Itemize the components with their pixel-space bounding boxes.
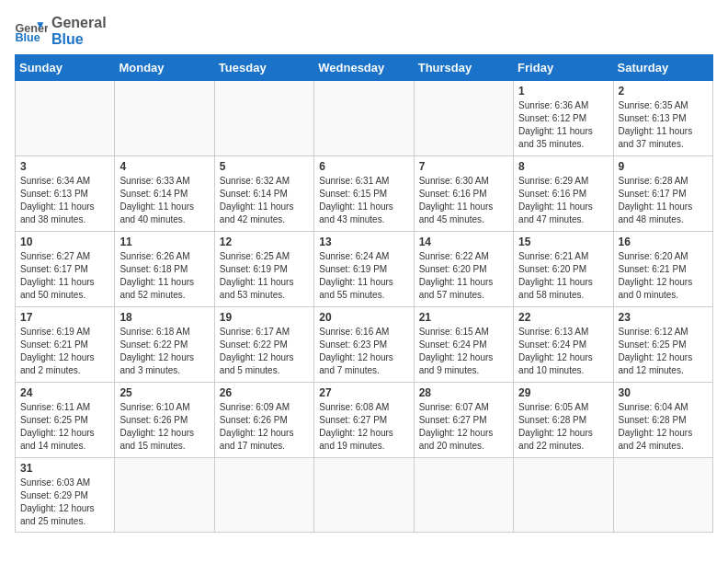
- day-number: 15: [518, 236, 608, 248]
- day-info: Sunrise: 6:16 AMSunset: 6:23 PMDaylight:…: [319, 326, 408, 377]
- day-number: 17: [20, 311, 109, 324]
- calendar-cell: [414, 458, 513, 533]
- column-header-tuesday: Tuesday: [214, 55, 313, 81]
- day-info: Sunrise: 6:27 AMSunset: 6:17 PMDaylight:…: [20, 250, 109, 302]
- day-info: Sunrise: 6:21 AMSunset: 6:20 PMDaylight:…: [518, 250, 608, 302]
- day-info: Sunrise: 6:24 AMSunset: 6:19 PMDaylight:…: [319, 250, 408, 302]
- calendar-cell: [613, 458, 712, 533]
- day-number: 18: [119, 311, 209, 324]
- day-number: 27: [319, 386, 408, 399]
- day-number: 26: [220, 386, 309, 399]
- day-number: 23: [619, 311, 708, 324]
- day-info: Sunrise: 6:07 AMSunset: 6:27 PMDaylight:…: [419, 401, 508, 453]
- calendar-cell: 29Sunrise: 6:05 AMSunset: 6:28 PMDayligh…: [514, 383, 613, 458]
- calendar-cell: 21Sunrise: 6:15 AMSunset: 6:24 PMDayligh…: [414, 307, 513, 383]
- calendar-cell: 2Sunrise: 6:35 AMSunset: 6:13 PMDaylight…: [613, 81, 712, 156]
- calendar-cell: 27Sunrise: 6:08 AMSunset: 6:27 PMDayligh…: [314, 383, 414, 458]
- column-header-wednesday: Wednesday: [314, 55, 414, 81]
- day-info: Sunrise: 6:35 AMSunset: 6:13 PMDaylight:…: [619, 99, 708, 151]
- calendar-cell: 8Sunrise: 6:29 AMSunset: 6:16 PMDaylight…: [514, 156, 613, 232]
- day-info: Sunrise: 6:22 AMSunset: 6:20 PMDaylight:…: [419, 250, 508, 302]
- day-number: 25: [119, 386, 209, 399]
- calendar-cell: 24Sunrise: 6:11 AMSunset: 6:25 PMDayligh…: [16, 383, 115, 458]
- calendar-cell: [214, 458, 313, 533]
- calendar-cell: 14Sunrise: 6:22 AMSunset: 6:20 PMDayligh…: [414, 232, 513, 307]
- day-number: 19: [220, 311, 309, 324]
- calendar-cell: 18Sunrise: 6:18 AMSunset: 6:22 PMDayligh…: [115, 307, 214, 383]
- column-header-friday: Friday: [514, 55, 613, 81]
- day-info: Sunrise: 6:08 AMSunset: 6:27 PMDaylight:…: [319, 401, 408, 453]
- day-info: Sunrise: 6:36 AMSunset: 6:12 PMDaylight:…: [518, 99, 608, 151]
- calendar-cell: [115, 81, 214, 156]
- calendar-cell: 1Sunrise: 6:36 AMSunset: 6:12 PMDaylight…: [514, 81, 613, 156]
- header: General Blue General Blue: [15, 15, 713, 47]
- calendar-cell: [314, 458, 414, 533]
- day-number: 4: [119, 160, 209, 173]
- day-info: Sunrise: 6:34 AMSunset: 6:13 PMDaylight:…: [20, 175, 109, 226]
- day-number: 1: [518, 85, 608, 98]
- calendar-cell: [414, 81, 513, 156]
- calendar-week-row: 3Sunrise: 6:34 AMSunset: 6:13 PMDaylight…: [16, 156, 713, 232]
- logo-svg: General Blue: [15, 18, 48, 44]
- calendar-cell: [314, 81, 414, 156]
- day-info: Sunrise: 6:17 AMSunset: 6:22 PMDaylight:…: [220, 326, 309, 377]
- calendar-week-row: 31Sunrise: 6:03 AMSunset: 6:29 PMDayligh…: [16, 458, 713, 533]
- day-info: Sunrise: 6:33 AMSunset: 6:14 PMDaylight:…: [119, 175, 209, 226]
- day-info: Sunrise: 6:20 AMSunset: 6:21 PMDaylight:…: [619, 250, 708, 302]
- day-info: Sunrise: 6:25 AMSunset: 6:19 PMDaylight:…: [220, 250, 309, 302]
- day-info: Sunrise: 6:10 AMSunset: 6:26 PMDaylight:…: [119, 401, 209, 453]
- day-number: 16: [619, 236, 708, 248]
- day-info: Sunrise: 6:12 AMSunset: 6:25 PMDaylight:…: [619, 326, 708, 377]
- calendar-week-row: 17Sunrise: 6:19 AMSunset: 6:21 PMDayligh…: [16, 307, 713, 383]
- day-info: Sunrise: 6:32 AMSunset: 6:14 PMDaylight:…: [220, 175, 309, 226]
- calendar-cell: 23Sunrise: 6:12 AMSunset: 6:25 PMDayligh…: [613, 307, 712, 383]
- day-number: 7: [419, 160, 508, 173]
- calendar-cell: 30Sunrise: 6:04 AMSunset: 6:28 PMDayligh…: [613, 383, 712, 458]
- day-info: Sunrise: 6:15 AMSunset: 6:24 PMDaylight:…: [419, 326, 508, 377]
- calendar-cell: 17Sunrise: 6:19 AMSunset: 6:21 PMDayligh…: [16, 307, 115, 383]
- calendar-cell: 3Sunrise: 6:34 AMSunset: 6:13 PMDaylight…: [16, 156, 115, 232]
- calendar-cell: 22Sunrise: 6:13 AMSunset: 6:24 PMDayligh…: [514, 307, 613, 383]
- day-number: 5: [220, 160, 309, 173]
- logo-blue-text: Blue: [51, 31, 107, 48]
- calendar-cell: 20Sunrise: 6:16 AMSunset: 6:23 PMDayligh…: [314, 307, 414, 383]
- day-number: 22: [518, 311, 608, 324]
- calendar-cell: 25Sunrise: 6:10 AMSunset: 6:26 PMDayligh…: [115, 383, 214, 458]
- calendar-cell: 10Sunrise: 6:27 AMSunset: 6:17 PMDayligh…: [16, 232, 115, 307]
- day-number: 30: [619, 386, 708, 399]
- calendar-cell: 4Sunrise: 6:33 AMSunset: 6:14 PMDaylight…: [115, 156, 214, 232]
- calendar-cell: 9Sunrise: 6:28 AMSunset: 6:17 PMDaylight…: [613, 156, 712, 232]
- day-info: Sunrise: 6:19 AMSunset: 6:21 PMDaylight:…: [20, 326, 109, 377]
- day-number: 10: [20, 236, 109, 248]
- calendar-cell: 11Sunrise: 6:26 AMSunset: 6:18 PMDayligh…: [115, 232, 214, 307]
- calendar-cell: 15Sunrise: 6:21 AMSunset: 6:20 PMDayligh…: [514, 232, 613, 307]
- day-info: Sunrise: 6:03 AMSunset: 6:29 PMDaylight:…: [20, 477, 109, 528]
- day-number: 24: [20, 386, 109, 399]
- column-header-thursday: Thursday: [414, 55, 513, 81]
- calendar-cell: 6Sunrise: 6:31 AMSunset: 6:15 PMDaylight…: [314, 156, 414, 232]
- day-number: 6: [319, 160, 408, 173]
- calendar-week-row: 24Sunrise: 6:11 AMSunset: 6:25 PMDayligh…: [16, 383, 713, 458]
- day-info: Sunrise: 6:26 AMSunset: 6:18 PMDaylight:…: [119, 250, 209, 302]
- day-info: Sunrise: 6:09 AMSunset: 6:26 PMDaylight:…: [220, 401, 309, 453]
- calendar-cell: 19Sunrise: 6:17 AMSunset: 6:22 PMDayligh…: [214, 307, 313, 383]
- calendar-week-row: 1Sunrise: 6:36 AMSunset: 6:12 PMDaylight…: [16, 81, 713, 156]
- day-info: Sunrise: 6:29 AMSunset: 6:16 PMDaylight:…: [518, 175, 608, 226]
- day-info: Sunrise: 6:04 AMSunset: 6:28 PMDaylight:…: [619, 401, 708, 453]
- day-number: 9: [619, 160, 708, 173]
- calendar-cell: 31Sunrise: 6:03 AMSunset: 6:29 PMDayligh…: [16, 458, 115, 533]
- day-number: 3: [20, 160, 109, 173]
- calendar-cell: 28Sunrise: 6:07 AMSunset: 6:27 PMDayligh…: [414, 383, 513, 458]
- calendar-cell: 5Sunrise: 6:32 AMSunset: 6:14 PMDaylight…: [214, 156, 313, 232]
- day-number: 8: [518, 160, 608, 173]
- calendar-cell: [16, 81, 115, 156]
- day-number: 14: [419, 236, 508, 248]
- calendar-header-row: SundayMondayTuesdayWednesdayThursdayFrid…: [16, 55, 713, 81]
- calendar-cell: 26Sunrise: 6:09 AMSunset: 6:26 PMDayligh…: [214, 383, 313, 458]
- day-number: 21: [419, 311, 508, 324]
- logo-general-text: General: [51, 15, 107, 31]
- day-info: Sunrise: 6:13 AMSunset: 6:24 PMDaylight:…: [518, 326, 608, 377]
- column-header-saturday: Saturday: [613, 55, 712, 81]
- calendar-cell: 13Sunrise: 6:24 AMSunset: 6:19 PMDayligh…: [314, 232, 414, 307]
- column-header-sunday: Sunday: [16, 55, 115, 81]
